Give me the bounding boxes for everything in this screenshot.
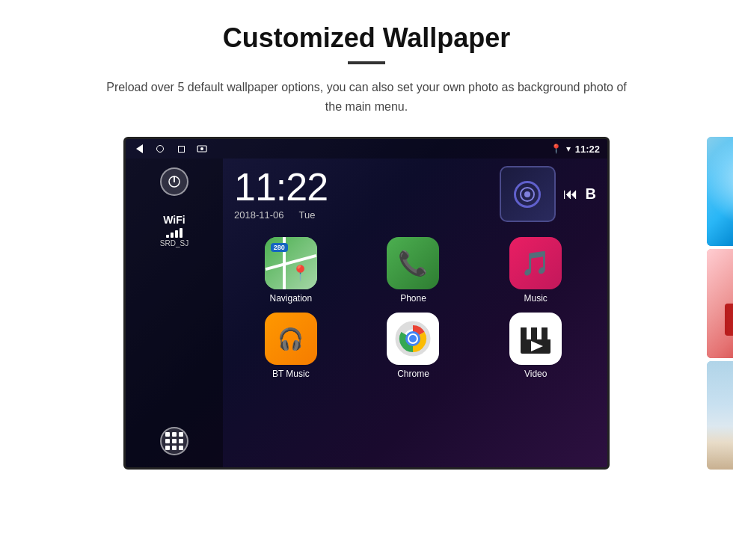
bt-symbol: 🎧 (277, 327, 304, 351)
app-item-navigation[interactable]: 280 📍 Navigation (234, 237, 348, 304)
wallpaper-ice[interactable] (707, 137, 733, 246)
apps-grid-button[interactable] (160, 427, 188, 455)
phone-label: Phone (400, 293, 426, 304)
svg-point-1 (200, 147, 203, 150)
phone-icon: 📞 (387, 237, 439, 289)
music-letter-b: B (586, 185, 596, 203)
wifi-bar-1 (166, 235, 169, 238)
app-grid: 280 📍 Navigation 📞 Phone (223, 230, 607, 387)
video-icon (509, 313, 562, 365)
wifi-bar-3 (175, 230, 178, 238)
music-symbol: 🎵 (521, 249, 550, 277)
btmusic-label: BT Music (272, 369, 310, 379)
radio-dot (524, 191, 530, 197)
music-label: Music (524, 293, 547, 304)
carsetting-label: CarSetting (707, 456, 733, 465)
svg-point-8 (409, 335, 417, 342)
chrome-icon (387, 313, 439, 365)
app-item-video[interactable]: Video (479, 313, 592, 379)
clock-widget: 11:22 2018-11-06 Tue (234, 167, 328, 221)
nav-pin: 📍 (291, 264, 310, 282)
music-controls: ⏮ B (563, 185, 596, 203)
device-mockup: 📍 ▾ 11:22 WiFi (30, 137, 703, 470)
phone-symbol: 📞 (398, 249, 428, 277)
sidebar: WiFi SRD_SJ (126, 159, 223, 470)
wifi-bars (166, 227, 183, 238)
status-bar: 📍 ▾ 11:22 (126, 139, 607, 159)
btmusic-icon: 🎧 (265, 313, 317, 365)
recents-nav-icon[interactable] (175, 143, 187, 155)
app-item-phone[interactable]: 📞 Phone (357, 237, 470, 304)
wifi-bar-2 (171, 233, 174, 238)
svg-rect-17 (531, 327, 537, 334)
day-value: Tue (299, 209, 316, 221)
wallpaper-thumbnails: CarSetting (707, 137, 733, 470)
chrome-label: Chrome (397, 369, 429, 379)
app-item-btmusic[interactable]: 🎧 BT Music (234, 313, 348, 379)
music-icon: 🎵 (509, 237, 562, 289)
top-icons: ⏮ B (500, 166, 596, 222)
wifi-label: WiFi (163, 214, 185, 226)
top-widgets: 11:22 2018-11-06 Tue (223, 159, 607, 230)
radio-antenna-icon (514, 181, 541, 208)
app-item-chrome[interactable]: Chrome (357, 313, 470, 379)
page-title: Customized Wallpaper (30, 22, 703, 54)
power-button[interactable] (160, 167, 188, 196)
wallpaper-bridge[interactable]: CarSetting (707, 361, 733, 470)
navigation-icon: 280 📍 (265, 237, 317, 289)
content-area: 11:22 2018-11-06 Tue (223, 159, 607, 470)
location-icon: 📍 (550, 144, 562, 154)
nav-map-bg: 280 📍 (265, 237, 317, 289)
wifi-widget: WiFi SRD_SJ (160, 214, 188, 247)
video-clap-svg (517, 320, 554, 357)
apps-grid-icon (165, 432, 183, 450)
clock-date: 2018-11-06 Tue (234, 209, 315, 221)
chrome-svg (394, 320, 432, 357)
radio-inner-ring (520, 187, 535, 202)
status-time: 11:22 (575, 144, 600, 155)
nav-badge: 280 (271, 243, 288, 252)
svg-rect-18 (542, 327, 548, 334)
clock-time: 11:22 (234, 167, 328, 206)
wifi-ssid: SRD_SJ (160, 239, 188, 247)
prev-track-icon[interactable]: ⏮ (563, 185, 578, 203)
svg-rect-13 (531, 333, 537, 339)
back-nav-icon[interactable] (133, 143, 145, 155)
svg-rect-12 (521, 333, 527, 339)
home-nav-icon[interactable] (154, 143, 166, 155)
svg-rect-14 (542, 333, 548, 339)
status-bar-nav (133, 143, 208, 155)
app-item-music[interactable]: 🎵 Music (479, 237, 592, 304)
video-label: Video (524, 369, 547, 379)
page-subtitle: Preload over 5 default wallpaper options… (105, 78, 628, 116)
svg-rect-16 (521, 327, 527, 334)
wallpaper-mid[interactable] (707, 249, 733, 358)
radio-widget[interactable] (500, 166, 556, 222)
wifi-status-icon: ▾ (566, 144, 571, 154)
status-bar-indicators: 📍 ▾ 11:22 (550, 144, 600, 155)
main-area: WiFi SRD_SJ (126, 159, 607, 470)
android-screen: 📍 ▾ 11:22 WiFi (123, 137, 610, 470)
screenshot-icon[interactable] (196, 143, 208, 155)
title-divider (348, 61, 385, 64)
date-value: 2018-11-06 (234, 209, 284, 221)
navigation-label: Navigation (269, 293, 312, 304)
wifi-bar-4 (180, 228, 183, 238)
